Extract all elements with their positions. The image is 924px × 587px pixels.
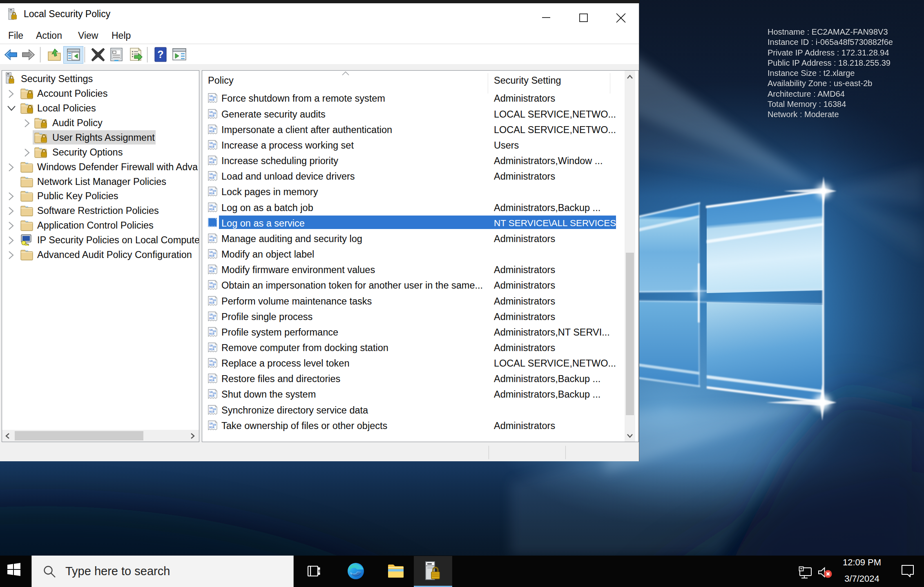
svg-text:?: ? [157, 49, 163, 60]
